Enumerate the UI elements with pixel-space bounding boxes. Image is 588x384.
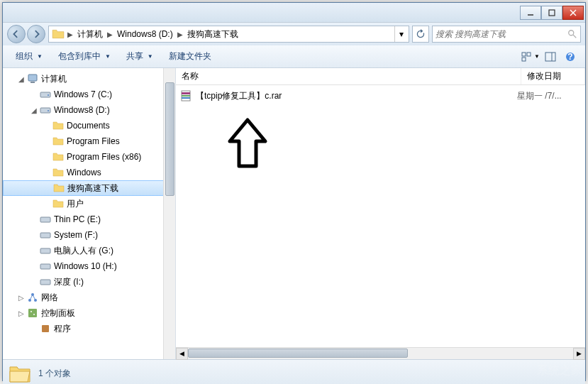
tree-folder[interactable]: Windows: [3, 165, 175, 180]
file-row[interactable]: 【tcpip修复工具】c.rar 星期一 /7/...: [176, 88, 585, 104]
folder-icon: [52, 120, 64, 131]
svg-point-18: [48, 110, 49, 111]
svg-point-4: [569, 31, 574, 35]
svg-rect-22: [40, 264, 50, 269]
tree-drive[interactable]: Windows 10 (H:): [3, 258, 175, 274]
include-library-button[interactable]: 包含到库中▼: [51, 48, 118, 65]
tree-folder[interactable]: 用户: [3, 196, 175, 212]
preview-pane-button[interactable]: [541, 49, 560, 65]
chevron-right-icon: ▶: [106, 31, 114, 38]
breadcrumb-item[interactable]: 计算机: [74, 26, 106, 42]
help-button[interactable]: ?: [561, 49, 579, 65]
tree-control-panel[interactable]: ▷控制面板: [3, 305, 175, 321]
tree-folder[interactable]: Documents: [3, 118, 175, 133]
svg-rect-1: [549, 10, 555, 16]
breadcrumb-item[interactable]: Windows8 (D:): [114, 26, 176, 42]
chevron-down-icon: ▼: [37, 53, 43, 60]
maximize-button[interactable]: [541, 6, 562, 20]
search-input[interactable]: [436, 29, 567, 39]
drive-icon: [40, 89, 51, 100]
tree-drive[interactable]: Thin PC (E:): [3, 212, 175, 227]
breadcrumb-item[interactable]: 搜狗高速下载: [184, 26, 241, 42]
breadcrumb[interactable]: ▶ 计算机 ▶ Windows8 (D:) ▶ 搜狗高速下载 ▾: [48, 26, 409, 43]
expand-icon[interactable]: ▷: [17, 309, 26, 317]
main-area: ◢ 计算机 Windows 7 (C:) ◢ Windows8 (D:) Doc…: [3, 68, 585, 359]
svg-rect-14: [30, 82, 35, 83]
collapse-icon[interactable]: ◢: [30, 106, 38, 114]
chevron-down-icon: ▼: [105, 53, 111, 60]
status-count: 1 个对象: [38, 368, 71, 380]
column-modified[interactable]: 修改日期: [521, 68, 585, 84]
svg-point-29: [33, 314, 35, 315]
svg-rect-30: [42, 325, 49, 332]
tree-drive[interactable]: ◢ Windows8 (D:): [3, 102, 175, 118]
back-button[interactable]: [7, 25, 26, 43]
svg-point-16: [48, 94, 49, 96]
column-name[interactable]: 名称: [176, 68, 521, 84]
expand-icon[interactable]: ▷: [17, 293, 26, 302]
control-panel-icon: [27, 307, 38, 319]
collapse-icon[interactable]: ◢: [17, 75, 26, 83]
svg-rect-13: [28, 75, 37, 81]
svg-rect-7: [527, 53, 531, 56]
refresh-button[interactable]: [412, 26, 429, 43]
tree-programs[interactable]: 程序: [3, 321, 175, 336]
new-folder-button[interactable]: 新建文件夹: [162, 48, 218, 65]
tree-folder[interactable]: Program Files: [3, 133, 175, 149]
folder-icon: [53, 182, 65, 194]
svg-rect-19: [40, 217, 50, 222]
svg-rect-17: [40, 108, 50, 113]
svg-rect-23: [40, 280, 50, 285]
tree-computer[interactable]: ◢ 计算机: [3, 71, 175, 87]
drive-icon: [40, 245, 51, 256]
network-icon: [27, 292, 38, 303]
svg-rect-34: [182, 97, 190, 99]
file-date: 星期一 /7/...: [517, 90, 581, 102]
scroll-left-button[interactable]: ◀: [176, 348, 188, 360]
share-button[interactable]: 共享▼: [119, 48, 160, 65]
scrollbar-thumb[interactable]: [188, 349, 408, 358]
tree-network[interactable]: ▷网络: [3, 290, 175, 305]
tree-folder[interactable]: Program Files (x86): [3, 149, 175, 165]
search-box[interactable]: [432, 26, 581, 43]
horizontal-scrollbar[interactable]: ◀ ▶: [176, 347, 585, 359]
folder-icon: [52, 151, 64, 163]
svg-rect-32: [182, 92, 190, 94]
folder-icon: [52, 198, 64, 209]
svg-point-28: [30, 311, 32, 312]
svg-rect-15: [40, 92, 50, 97]
tree-drive[interactable]: 深度 (I:): [3, 274, 175, 290]
close-button[interactable]: [562, 6, 584, 20]
file-name: 【tcpip修复工具】c.rar: [196, 90, 517, 102]
file-list-pane: 名称 修改日期 【tcpip修复工具】c.rar 星期一 /7/... ◀ ▶: [176, 68, 585, 359]
minimize-button[interactable]: [520, 6, 541, 20]
tree-drive[interactable]: System (F:): [3, 227, 175, 243]
tree-drive[interactable]: 电脑人人有 (G:): [3, 243, 175, 258]
svg-rect-33: [182, 95, 190, 97]
toolbar: 组织▼ 包含到库中▼ 共享▼ 新建文件夹 ▼ ?: [3, 45, 585, 68]
tree-folder-selected[interactable]: 搜狗高速下载: [3, 180, 175, 196]
status-bar: 1 个对象: [3, 359, 585, 384]
organize-button[interactable]: 组织▼: [9, 48, 50, 65]
forward-button[interactable]: [27, 25, 45, 43]
chevron-down-icon: ▼: [148, 53, 153, 60]
programs-icon: [40, 323, 51, 334]
folder-open-icon: [9, 363, 31, 385]
drive-icon: [40, 276, 51, 287]
drive-icon: [40, 104, 51, 116]
svg-rect-8: [522, 57, 526, 61]
drive-icon: [40, 260, 51, 272]
breadcrumb-dropdown[interactable]: ▾: [394, 26, 407, 42]
scroll-right-button[interactable]: ▶: [573, 348, 585, 360]
svg-text:?: ?: [567, 52, 572, 62]
sidebar-scrollbar[interactable]: [163, 68, 175, 359]
tree-drive[interactable]: Windows 7 (C:): [3, 87, 175, 102]
view-options-button[interactable]: ▼: [521, 49, 540, 65]
rar-file-icon: [180, 90, 192, 102]
address-bar: ▶ 计算机 ▶ Windows8 (D:) ▶ 搜狗高速下载 ▾: [3, 23, 585, 45]
computer-icon: [27, 73, 38, 84]
chevron-right-icon: ▶: [176, 31, 184, 38]
svg-rect-9: [545, 53, 555, 61]
column-headers: 名称 修改日期: [176, 68, 585, 85]
scrollbar-thumb[interactable]: [165, 82, 174, 196]
